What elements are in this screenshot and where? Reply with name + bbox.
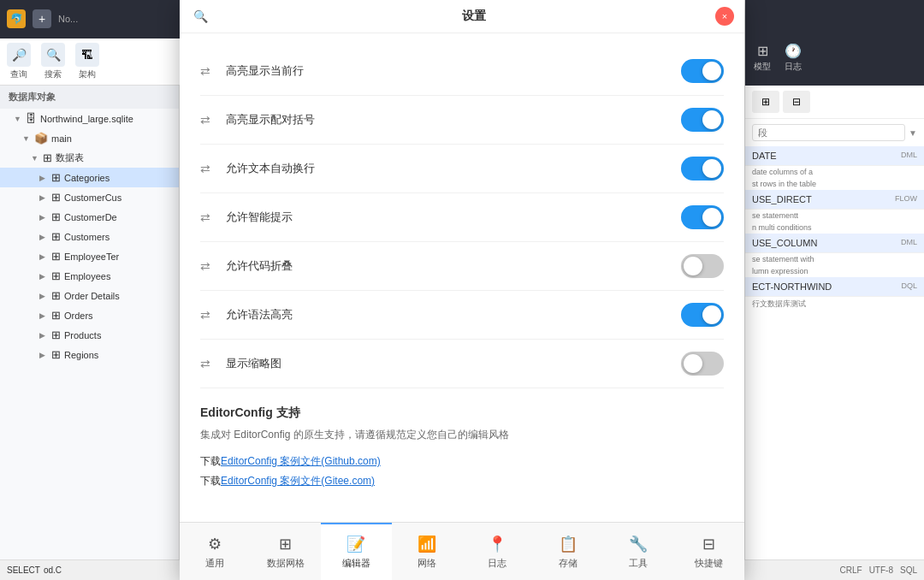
right-list-item-northwind[interactable]: ECT-NORTHWIND DQL	[745, 277, 924, 297]
toggle-minimap[interactable]	[681, 352, 724, 376]
table-icon-customercu: ⊞	[51, 191, 61, 204]
expand-arrow-employeeter: ▶	[39, 252, 48, 261]
editor-config-link-github[interactable]: EditorConfig 案例文件(Github.com)	[221, 455, 381, 467]
sidebar-item-table-orders[interactable]: ▶ ⊞ Orders	[0, 305, 179, 325]
nav-tab-editor-label: 编辑器	[342, 557, 370, 570]
settings-icon-syntax-highlight: ⇄	[200, 308, 216, 322]
nav-tab-tools-icon: 🔧	[629, 535, 648, 553]
nav-tab-general-icon: ⚙	[208, 535, 222, 553]
right-list-item-usedirect[interactable]: USE_DIRECT FLOW	[745, 190, 924, 210]
right-item-badge-date: DML	[901, 151, 917, 159]
nav-tab-tools[interactable]: 🔧 工具	[603, 523, 674, 580]
right-list-item-usecolumn[interactable]: USE_COLUMN DML	[745, 234, 924, 253]
toggle-code-folding[interactable]	[681, 254, 724, 278]
right-sub-tab-1[interactable]: ⊞	[752, 91, 779, 113]
toggle-word-wrap[interactable]	[681, 157, 724, 181]
add-tab-button[interactable]: +	[33, 9, 51, 28]
toggle-smart-hints[interactable]	[681, 205, 724, 229]
nav-tab-storage-icon: 📋	[559, 535, 578, 553]
right-list-item-date[interactable]: DATE DML	[745, 146, 924, 166]
nav-tab-storage[interactable]: 📋 存储	[533, 523, 604, 580]
editor-config-link-gitee[interactable]: EditorConfig 案例文件(Gitee.com)	[221, 475, 375, 487]
status-bar-right: CRLF UTF-8 SQL	[744, 559, 924, 580]
settings-row-syntax-highlight: ⇄ 允许语法高亮	[200, 291, 724, 340]
toggle-thumb-smart-hints	[702, 208, 721, 227]
expand-arrow-orderdetails: ▶	[39, 292, 48, 300]
nav-tab-log-icon: 📍	[488, 535, 506, 553]
toggle-thumb-word-wrap	[702, 159, 721, 178]
settings-label-syntax-highlight: 允许语法高亮	[226, 307, 671, 323]
table-label-orders: Orders	[64, 311, 93, 321]
table-label-customers: Customers	[64, 232, 110, 242]
right-tab-log[interactable]: 🕐 日志	[785, 43, 802, 73]
nav-tab-general[interactable]: ⚙ 通用	[180, 523, 251, 580]
sidebar-item-table-categories[interactable]: ▶ ⊞ Categories	[0, 168, 179, 187]
sidebar-item-table-customercu[interactable]: ▶ ⊞ CustomerCus	[0, 187, 179, 207]
right-item-desc-date2: st rows in the table	[745, 178, 924, 190]
sidebar-section-header: 数据库对象	[0, 86, 179, 109]
table-label-orderdetails: Order Details	[64, 291, 120, 301]
query-icon: 🔎	[7, 43, 31, 67]
sidebar-item-table-employees[interactable]: ▶ ⊞ Employees	[0, 266, 179, 286]
sidebar-item-table-employeeter[interactable]: ▶ ⊞ EmployeeTer	[0, 246, 179, 266]
right-item-desc-usedirect2: n multi conditions	[745, 222, 924, 234]
right-panel: ⊞ 模型 🕐 日志 ⊞ ⊟ ▼ DATE DML date columns of…	[744, 0, 924, 580]
modal-search-icon: 🔍	[193, 9, 208, 23]
toggle-thumb-highlight-bracket	[702, 110, 721, 129]
db-name-label: Northwind_large.sqlite	[40, 114, 133, 124]
editor-config-prefix-github: 下载	[200, 455, 221, 467]
settings-row-highlight-current: ⇄ 高亮显示当前行	[200, 47, 724, 96]
editor-config-prefix-gitee: 下载	[200, 475, 221, 487]
right-item-badge-northwind: DQL	[901, 281, 917, 290]
tree-arrow-main: ▼	[22, 134, 31, 143]
sidebar-item-table-customers[interactable]: ▶ ⊞ Customers	[0, 227, 179, 246]
nav-tab-log-label: 日志	[488, 557, 506, 570]
nav-tab-log[interactable]: 📍 日志	[462, 523, 533, 580]
settings-icon-highlight-current: ⇄	[200, 64, 216, 78]
toggle-highlight-bracket[interactable]	[681, 108, 724, 132]
settings-icon-word-wrap: ⇄	[200, 162, 216, 175]
nav-tab-editor[interactable]: 📝 编辑器	[321, 523, 392, 580]
settings-label-word-wrap: 允许文本自动换行	[226, 161, 671, 176]
table-icon-employees: ⊞	[51, 269, 61, 282]
right-item-label-date: DATE	[752, 151, 777, 161]
expand-arrow-orders: ▶	[39, 311, 48, 320]
modal-close-button[interactable]: ×	[715, 7, 734, 26]
settings-icon-minimap: ⇄	[200, 357, 216, 370]
right-sub-tab-2[interactable]: ⊟	[783, 91, 810, 113]
editor-config-section: EditorConfig 支持 集成对 EditorConfig 的原生支持，请…	[200, 388, 724, 497]
right-item-label-usecolumn: USE_COLUMN	[752, 238, 817, 248]
sidebar-item-table-products[interactable]: ▶ ⊞ Products	[0, 325, 179, 345]
expand-arrow-regions: ▶	[39, 351, 48, 359]
editor-config-link-gitee-row: 下载EditorConfig 案例文件(Gitee.com)	[200, 472, 724, 488]
chevron-down-icon: ▼	[909, 128, 917, 138]
query-button[interactable]: 🔎 查询	[7, 43, 31, 80]
modal-bottom-nav: ⚙ 通用 ⊞ 数据网格 📝 编辑器 📶 网络 📍 日志 📋 存储 🔧 工具 ⊟	[180, 522, 744, 580]
sidebar-item-tables-group[interactable]: ▼ ⊞ 数据表	[0, 148, 179, 168]
sidebar-item-table-regions[interactable]: ▶ ⊞ Regions	[0, 345, 179, 364]
nav-tab-shortcuts[interactable]: ⊟ 快捷键	[674, 523, 745, 580]
settings-row-smart-hints: ⇄ 允许智能提示	[200, 193, 724, 242]
sidebar-item-main[interactable]: ▼ 📦 main	[0, 128, 179, 148]
tables-group-label: 数据表	[56, 151, 84, 164]
table-label-employeeter: EmployeeTer	[64, 252, 119, 262]
tree-arrow-db: ▼	[14, 115, 22, 123]
toggle-thumb-highlight-current	[702, 62, 721, 80]
schema-label: 架构	[79, 68, 96, 80]
expand-arrow-customercu: ▶	[39, 193, 48, 202]
nav-tab-datagrid[interactable]: ⊞ 数据网格	[251, 523, 322, 580]
toggle-syntax-highlight[interactable]	[681, 303, 724, 327]
modal-title: 设置	[216, 9, 731, 24]
right-sub-tabs: ⊞ ⊟	[745, 86, 924, 119]
right-tab-model[interactable]: ⊞ 模型	[754, 43, 771, 73]
search-button[interactable]: 🔍 搜索	[41, 43, 65, 80]
sidebar-item-table-customerde[interactable]: ▶ ⊞ CustomerDe	[0, 207, 179, 227]
toggle-highlight-current[interactable]	[681, 59, 724, 83]
app-icon: 🐬	[7, 9, 26, 28]
sidebar-item-db[interactable]: ▼ 🗄 Northwind_large.sqlite	[0, 109, 179, 128]
right-item-desc-date: date columns of a	[745, 166, 924, 178]
schema-button[interactable]: 🏗 架构	[75, 43, 99, 80]
sidebar-item-table-orderdetails[interactable]: ▶ ⊞ Order Details	[0, 286, 179, 305]
filter-input[interactable]	[752, 124, 905, 141]
nav-tab-network[interactable]: 📶 网络	[392, 523, 463, 580]
